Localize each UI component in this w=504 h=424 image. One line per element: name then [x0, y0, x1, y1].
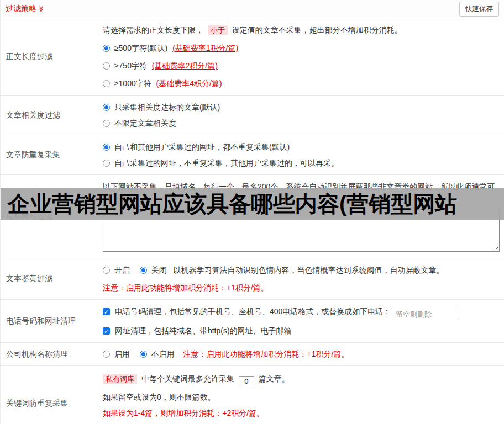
- section-keyword-dedup: 关键词防重复采集 私有词库 中每个关键词最多允许采集 篇文章。 如果留空或设为0…: [1, 366, 504, 424]
- porn-filter-options: 开启 关闭 以机器学习算法自动识别色情内容，当色情概率达到系统阈值，自动屏蔽文章…: [103, 264, 500, 275]
- url-clean-checkbox[interactable]: 网址清理，包括纯域名、带http(s)的网址、电子邮箱: [103, 326, 292, 335]
- radio-label: ≥750字符: [114, 61, 147, 70]
- length-filter-intro: 请选择需求的正文长度下限， 小于 设定值的文章不采集，超出部分不增加积分消耗。: [103, 24, 500, 36]
- radio-label: 开启: [114, 266, 130, 274]
- section-length-filter: 正文长度过滤 请选择需求的正文长度下限， 小于 设定值的文章不采集，超出部分不增…: [1, 18, 504, 96]
- section-label-relevance: 文章相关度过滤: [1, 96, 103, 135]
- radio-icon[interactable]: [103, 160, 110, 167]
- radio-option-500-chars[interactable]: ≥500字符(默认) (基础费率1积分/篇): [103, 43, 500, 54]
- radio-icon[interactable]: [103, 267, 110, 274]
- radio-icon[interactable]: [103, 80, 110, 87]
- checkbox-icon[interactable]: [103, 308, 110, 315]
- radio-icon[interactable]: [103, 62, 110, 70]
- radio-icon[interactable]: [103, 104, 110, 111]
- fee-note: (基础费率1积分/篇): [172, 44, 238, 52]
- less-than-badge: 小于: [208, 25, 228, 35]
- fee-note: (基础费率4积分/篇): [156, 79, 222, 88]
- radio-label: 自己采集过的网址，不重复采集，其他用户采集过的，可以再采。: [114, 158, 339, 167]
- radio-option-relevance-required[interactable]: 只采集相关度达标的文章(默认): [103, 102, 500, 113]
- page-title[interactable]: 过滤策略 ≫: [6, 4, 45, 14]
- radio-icon[interactable]: [140, 267, 147, 274]
- collapse-chevron-icon: ≫: [38, 6, 44, 12]
- radio-option-relevance-any[interactable]: 不限定文章相关度: [103, 118, 500, 129]
- section-label-dedup: 文章防重复采集: [1, 135, 103, 174]
- keyword-limit-text-end: 篇文章。: [259, 374, 290, 383]
- radio-label: ≥500字符(默认): [114, 44, 167, 52]
- section-label-porn: 文本鉴黄过滤: [1, 258, 103, 299]
- radio-option-1000-chars[interactable]: ≥1000字符 (基础费率4积分/篇): [103, 78, 500, 89]
- radio-label: 不限定文章相关度: [114, 119, 176, 128]
- section-porn-filter: 文本鉴黄过滤 开启 关闭 以机器学习算法自动识别色情内容，当色情概率达到系统阈值…: [1, 258, 504, 300]
- porn-filter-description: 以机器学习算法自动识别色情内容，当色情概率达到系统阈值，自动屏蔽文章。: [174, 266, 444, 274]
- filter-strategy-page: 过滤策略 ≫ 快速保存 正文长度过滤 请选择需求的正文长度下限， 小于 设定值的…: [0, 0, 504, 424]
- company-clean-options: 启用 不启用 注意：启用此功能将增加积分消耗：+1积分/篇。: [103, 348, 500, 359]
- top-bar: 过滤策略 ≫ 快速保存: [1, 0, 504, 18]
- section-label-length: 正文长度过滤: [1, 18, 103, 95]
- radio-option-dedup-global[interactable]: 自己和其他用户采集过的网址，都不重复采集(默认): [103, 141, 500, 152]
- radio-icon[interactable]: [103, 45, 110, 52]
- radio-option-porn-on[interactable]: 开启: [103, 266, 132, 274]
- section-phone-url-clean: 电话号码和网址清理 电话号码清理，包括常见的手机号、座机号、400电话格式，或替…: [1, 300, 504, 343]
- checkbox-label: 网址清理，包括纯域名、带http(s)的网址、电子邮箱: [115, 326, 292, 335]
- section-label-phone-url: 电话号码和网址清理: [1, 300, 103, 342]
- intro-text-post: 设定值的文章不采集，超出部分不增加积分消耗。: [232, 25, 402, 34]
- porn-filter-cost-note: 注意：启用此功能将增加积分消耗：+1积分/篇。: [103, 282, 500, 293]
- radio-label: 只采集相关度达标的文章(默认): [114, 103, 220, 112]
- radio-icon[interactable]: [140, 351, 147, 358]
- radio-option-porn-off[interactable]: 关闭: [140, 266, 169, 274]
- keyword-limit-line: 私有词库 中每个关键词最多允许采集 篇文章。: [103, 373, 500, 386]
- radio-option-dedup-self-only[interactable]: 自己采集过的网址，不重复采集，其他用户采集过的，可以再采。: [103, 157, 500, 168]
- radio-label: ≥1000字符: [114, 79, 151, 88]
- radio-label: 自己和其他用户采集过的网址，都不重复采集(默认): [114, 142, 290, 151]
- checkbox-icon[interactable]: [103, 327, 110, 335]
- keyword-limit-text-mid: 中每个关键词最多允许采集: [141, 374, 234, 383]
- section-label-keyword: 关键词防重复采集: [1, 366, 103, 424]
- section-dedup-filter: 文章防重复采集 自己和其他用户采集过的网址，都不重复采集(默认) 自己采集过的网…: [1, 135, 504, 175]
- radio-option-750-chars[interactable]: ≥750字符 (基础费率2积分/篇): [103, 60, 500, 71]
- quick-save-button[interactable]: 快速保存: [459, 2, 499, 17]
- section-company-clean: 公司机构名称清理 启用 不启用 注意：启用此功能将增加积分消耗：+1积分/篇。: [1, 343, 504, 366]
- fee-note: (基础费率2积分/篇): [152, 61, 218, 70]
- radio-label: 启用: [114, 349, 130, 358]
- keyword-note-zero: 如果留空或设为0，则不限篇数。: [103, 391, 500, 402]
- intro-text-pre: 请选择需求的正文长度下限，: [103, 25, 203, 34]
- keyword-note-1-4: 如果设为1-4篇，则增加积分消耗：+2积分/篇。: [103, 407, 500, 418]
- phone-clean-line: 电话号码清理，包括常见的手机号、座机号、400电话格式，或替换成如下电话：: [103, 306, 500, 320]
- section-relevance-filter: 文章相关度过滤 只采集相关度达标的文章(默认) 不限定文章相关度: [1, 96, 504, 135]
- radio-label: 关闭: [151, 266, 167, 274]
- radio-label: 不启用: [151, 349, 175, 358]
- page-title-text: 过滤策略: [6, 4, 36, 14]
- replacement-phone-input[interactable]: [393, 309, 459, 320]
- company-clean-cost-note: 注意：启用此功能将增加积分消耗：+1积分/篇。: [183, 349, 349, 358]
- radio-icon[interactable]: [103, 120, 110, 127]
- phone-clean-checkbox[interactable]: 电话号码清理，包括常见的手机号、座机号、400电话格式，或替换成如下电话：: [103, 307, 393, 316]
- radio-option-company-on[interactable]: 启用: [103, 349, 132, 358]
- keyword-count-input[interactable]: [239, 376, 254, 386]
- url-clean-line: 网址清理，包括纯域名、带http(s)的网址、电子邮箱: [103, 325, 500, 336]
- radio-option-company-off[interactable]: 不启用: [140, 349, 177, 358]
- section-label-company: 公司机构名称清理: [1, 343, 103, 365]
- radio-icon[interactable]: [103, 144, 110, 151]
- checkbox-label: 电话号码清理，包括常见的手机号、座机号、400电话格式，或替换成如下电话：: [115, 307, 391, 316]
- radio-icon[interactable]: [103, 351, 110, 358]
- private-lexicon-badge: 私有词库: [103, 374, 137, 384]
- drag-ghost-overlay: 企业营销型网站应该具备哪些内容(营销型网站: [1, 188, 504, 220]
